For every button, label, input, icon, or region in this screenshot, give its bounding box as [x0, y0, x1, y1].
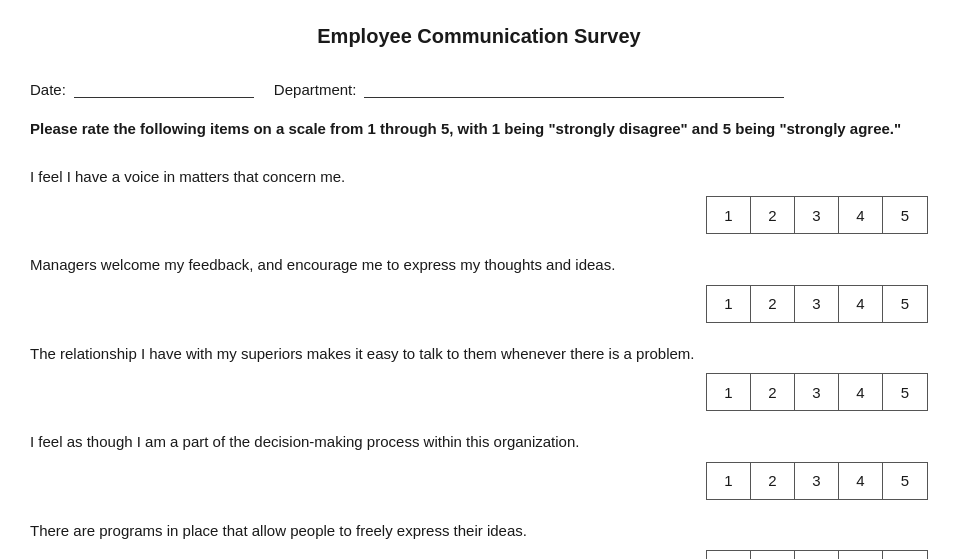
rating-cell-5-5[interactable]: 5 [883, 551, 927, 559]
question-block-4: I feel as though I am a part of the deci… [30, 431, 928, 500]
rating-cell-3-2[interactable]: 2 [751, 374, 795, 410]
rating-cell-2-2[interactable]: 2 [751, 286, 795, 322]
date-input[interactable] [74, 78, 254, 98]
rating-row-2: 12345 [30, 285, 928, 323]
rating-cell-4-2[interactable]: 2 [751, 463, 795, 499]
department-input[interactable] [364, 78, 784, 98]
department-field: Department: [274, 78, 785, 98]
rating-cell-4-3[interactable]: 3 [795, 463, 839, 499]
rating-cell-1-3[interactable]: 3 [795, 197, 839, 233]
question-text-5: There are programs in place that allow p… [30, 520, 928, 543]
rating-cell-5-2[interactable]: 2 [751, 551, 795, 559]
rating-cell-2-1[interactable]: 1 [707, 286, 751, 322]
rating-cell-3-5[interactable]: 5 [883, 374, 927, 410]
department-label: Department: [274, 81, 357, 98]
header-row: Date: Department: [30, 78, 928, 98]
question-text-2: Managers welcome my feedback, and encour… [30, 254, 928, 277]
instructions-text: Please rate the following items on a sca… [30, 118, 928, 141]
survey-title: Employee Communication Survey [30, 25, 928, 48]
rating-cell-1-4[interactable]: 4 [839, 197, 883, 233]
question-block-5: There are programs in place that allow p… [30, 520, 928, 560]
questions-container: I feel I have a voice in matters that co… [30, 166, 928, 560]
rating-row-5: 12345 [30, 550, 928, 559]
date-field: Date: [30, 78, 254, 98]
rating-cell-5-3[interactable]: 3 [795, 551, 839, 559]
rating-table-5: 12345 [706, 550, 928, 559]
date-label: Date: [30, 81, 66, 98]
rating-cell-1-5[interactable]: 5 [883, 197, 927, 233]
rating-cell-1-1[interactable]: 1 [707, 197, 751, 233]
rating-cell-4-4[interactable]: 4 [839, 463, 883, 499]
rating-row-4: 12345 [30, 462, 928, 500]
rating-cell-3-4[interactable]: 4 [839, 374, 883, 410]
rating-cell-4-5[interactable]: 5 [883, 463, 927, 499]
question-block-3: The relationship I have with my superior… [30, 343, 928, 412]
rating-cell-2-5[interactable]: 5 [883, 286, 927, 322]
rating-table-2: 12345 [706, 285, 928, 323]
rating-row-3: 12345 [30, 373, 928, 411]
rating-cell-3-3[interactable]: 3 [795, 374, 839, 410]
rating-cell-1-2[interactable]: 2 [751, 197, 795, 233]
rating-table-1: 12345 [706, 196, 928, 234]
rating-cell-3-1[interactable]: 1 [707, 374, 751, 410]
rating-cell-4-1[interactable]: 1 [707, 463, 751, 499]
question-block-1: I feel I have a voice in matters that co… [30, 166, 928, 235]
question-block-2: Managers welcome my feedback, and encour… [30, 254, 928, 323]
question-text-4: I feel as though I am a part of the deci… [30, 431, 928, 454]
rating-cell-2-3[interactable]: 3 [795, 286, 839, 322]
rating-cell-2-4[interactable]: 4 [839, 286, 883, 322]
rating-table-3: 12345 [706, 373, 928, 411]
question-text-3: The relationship I have with my superior… [30, 343, 928, 366]
question-text-1: I feel I have a voice in matters that co… [30, 166, 928, 189]
rating-table-4: 12345 [706, 462, 928, 500]
rating-cell-5-4[interactable]: 4 [839, 551, 883, 559]
rating-row-1: 12345 [30, 196, 928, 234]
rating-cell-5-1[interactable]: 1 [707, 551, 751, 559]
